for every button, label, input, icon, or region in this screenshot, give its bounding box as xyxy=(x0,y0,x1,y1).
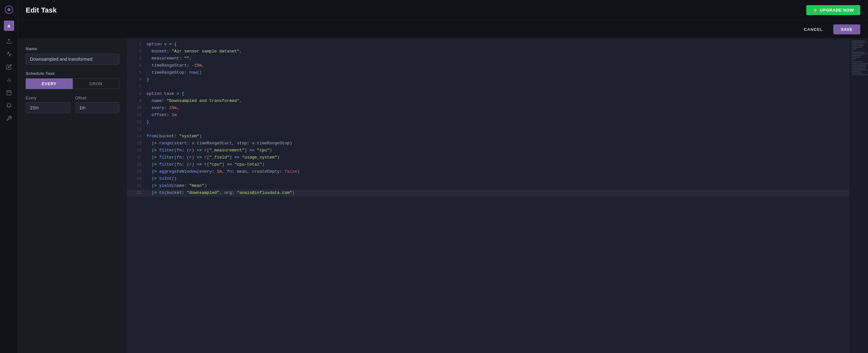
code-line: 22 |> to(bucket: "downsampled", org: "an… xyxy=(127,190,849,197)
code-line: 10 every: 15m, xyxy=(127,105,849,112)
content-area: Name Schedule Task EVERY CRON Every Offs… xyxy=(18,39,868,353)
page-title: Edit Task xyxy=(26,6,57,14)
minimap-content xyxy=(849,39,868,77)
main-content: Edit Task ⚡ UPGRADE NOW CANCEL SAVE Name… xyxy=(18,0,868,353)
save-button[interactable]: SAVE xyxy=(833,25,860,34)
schedule-label: Schedule Task xyxy=(26,71,119,76)
code-line: 20 |> toInt() xyxy=(127,175,849,183)
name-label: Name xyxy=(26,46,119,51)
code-line: 11 offset: 1m xyxy=(127,112,849,119)
every-input[interactable] xyxy=(26,102,70,113)
upload-icon[interactable] xyxy=(4,36,14,46)
code-line: 16 |> filter(fn: (r) => r["_measurement"… xyxy=(127,147,849,154)
code-line: 13 xyxy=(127,126,849,133)
action-bar: CANCEL SAVE xyxy=(18,21,868,39)
code-line: 19 |> aggregateWindow(every: 1m, fn: mea… xyxy=(127,168,849,175)
offset-group: Offset xyxy=(75,95,120,113)
upgrade-now-button[interactable]: ⚡ UPGRADE NOW xyxy=(806,5,860,15)
tab-cron[interactable]: CRON xyxy=(73,78,120,89)
code-line: 15 |> range(start: v.timeRangeStart, sto… xyxy=(127,140,849,147)
name-field-group: Name xyxy=(26,46,119,65)
every-label: Every xyxy=(26,95,70,100)
code-line: 5 timeRangeStop: now() xyxy=(127,69,849,76)
calendar-icon[interactable] xyxy=(4,88,14,98)
sidebar: a xyxy=(0,0,18,353)
wrench-icon[interactable] xyxy=(4,113,14,124)
schedule-task-group: Schedule Task EVERY CRON Every Offset xyxy=(26,71,119,113)
offset-input[interactable] xyxy=(75,102,120,113)
code-line: 14 from(bucket: "system") xyxy=(127,133,849,140)
name-input[interactable] xyxy=(26,54,119,65)
code-line: 18 |> filter(fn: (r) => r["cpu"] == "cpu… xyxy=(127,161,849,168)
upgrade-icon: ⚡ xyxy=(813,8,818,12)
code-line: 21 |> yield(name: "mean") xyxy=(127,183,849,190)
tab-every[interactable]: EVERY xyxy=(26,78,73,89)
schedule-tabs: EVERY CRON xyxy=(26,78,119,89)
app-logo xyxy=(3,4,15,15)
svg-rect-5 xyxy=(7,91,11,95)
code-line: 6 } xyxy=(127,76,849,84)
edit-icon[interactable] xyxy=(4,62,14,72)
code-line: 2 bucket: "Air sensor sample dataset", xyxy=(127,48,849,55)
code-editor-panel[interactable]: 1 option v = { 2 bucket: "Air sensor sam… xyxy=(127,39,849,353)
cancel-button[interactable]: CANCEL xyxy=(798,25,830,34)
code-line: 9 name: "Downsampled and transformed", xyxy=(127,98,849,105)
topbar-right: ⚡ UPGRADE NOW xyxy=(806,5,860,15)
code-line: 17 |> filter(fn: (r) => r["_field"] == "… xyxy=(127,154,849,161)
code-minimap xyxy=(849,39,868,353)
user-avatar[interactable]: a xyxy=(4,21,14,31)
code-line: 3 measurement: "", xyxy=(127,55,849,62)
code-line: 1 option v = { xyxy=(127,41,849,48)
topbar: Edit Task ⚡ UPGRADE NOW xyxy=(18,0,868,21)
code-line: 4 timeRangeStart: -15m, xyxy=(127,62,849,69)
offset-label: Offset xyxy=(75,95,120,100)
code-line: 8 option task = { xyxy=(127,91,849,98)
bell-icon[interactable] xyxy=(4,100,14,110)
chart-icon[interactable] xyxy=(4,49,14,59)
code-editor[interactable]: 1 option v = { 2 bucket: "Air sensor sam… xyxy=(127,39,849,199)
code-line: 12 } xyxy=(127,119,849,126)
interval-row: Every Offset xyxy=(26,95,119,113)
task-config-panel: Name Schedule Task EVERY CRON Every Offs… xyxy=(18,39,127,353)
every-group: Every xyxy=(26,95,70,113)
code-line: 7 xyxy=(127,84,849,91)
line-chart-icon[interactable] xyxy=(4,74,14,85)
